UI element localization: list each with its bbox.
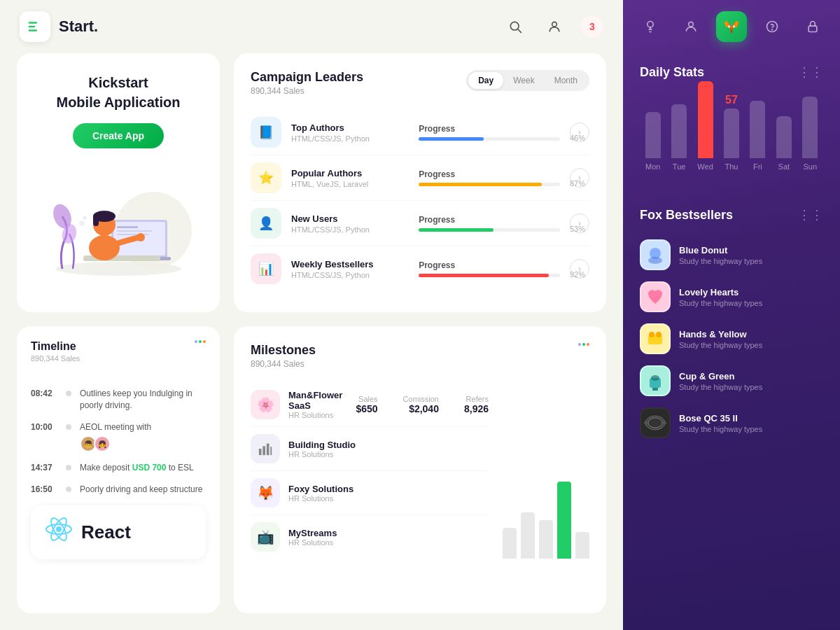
ms-stats-0: Sales $650 Comission $2,040 Refers 8,926 — [356, 395, 489, 414]
top-authors-name: Top Authors — [291, 122, 409, 133]
react-label: React — [81, 522, 131, 543]
weekly-bestsellers-tags: HTML/CSS/JS, Python — [291, 271, 409, 279]
timeline-item-3: 16:50 Poorly driving and keep structure — [31, 484, 206, 496]
tab-month[interactable]: Month — [545, 72, 587, 89]
react-icon — [45, 515, 73, 550]
ms-icon-3: 📺 — [251, 522, 280, 552]
create-app-button[interactable]: Create App — [73, 123, 164, 148]
bs-info-3: Cup & Green Study the highway types — [679, 371, 762, 391]
milestones-title: Milestones — [251, 343, 316, 358]
bs-name-0: Blue Donut — [679, 245, 762, 255]
tl-dot-0 — [66, 391, 71, 396]
tl-dot-3 — [66, 486, 71, 492]
milestones-dots[interactable] — [578, 343, 589, 346]
search-icon[interactable] — [503, 14, 528, 39]
progress-track-1: 87% — [419, 183, 560, 186]
day-bar-wed — [698, 81, 713, 158]
progress-label-3: Progress — [419, 260, 560, 270]
daily-stats-dots[interactable]: ⋮⋮ — [798, 64, 823, 80]
tl-time-3: 16:50 — [31, 484, 57, 494]
chart-peak-value: 57 — [725, 94, 738, 106]
bestseller-item-3[interactable]: Cup & Green Study the highway types — [640, 360, 823, 402]
daily-stats-section: Daily Stats ⋮⋮ 57 Mon Tue Wed — [623, 53, 840, 199]
timeline-card: Timeline 890,344 Sales 08:42 Outlines ke… — [17, 326, 220, 613]
avatar-2: 👧 — [94, 435, 111, 452]
svg-point-47 — [648, 257, 662, 264]
sidebar-nav — [623, 0, 840, 53]
day-bar-fri — [750, 101, 765, 158]
progress-track-0: 46% — [419, 137, 560, 141]
bs-info-1: Lovely Hearts Study the highway types — [679, 287, 762, 307]
progress-fill-1 — [419, 183, 542, 186]
chart-bar-1 — [521, 512, 535, 559]
day-bar-sat — [776, 116, 792, 158]
bs-thumb-1 — [640, 281, 671, 312]
fox-bestsellers-dots[interactable]: ⋮⋮ — [798, 207, 823, 223]
timeline-item-1: 10:00 AEOL meeting with 👦 👧 — [31, 421, 206, 453]
chart-bar-4 — [575, 532, 589, 559]
fox-bestsellers-section: Fox Bestsellers ⋮⋮ Blue Donut Study the … — [623, 199, 840, 630]
bestseller-item-4[interactable]: Bose QC 35 II Study the highway types — [640, 402, 823, 444]
svg-point-22 — [79, 220, 85, 226]
popular-authors-name: Popular Authors — [291, 168, 409, 178]
nav-icon-question[interactable] — [757, 11, 788, 42]
ms-stat-commission-0: Comission $2,040 — [403, 395, 439, 414]
new-users-name: New Users — [291, 214, 409, 224]
notification-badge[interactable]: 3 — [581, 15, 603, 38]
logo-text: Start. — [59, 18, 98, 36]
weekly-bestsellers-info: Weekly Bestsellers HTML/CSS/JS, Python — [291, 259, 409, 279]
day-bar-tue — [671, 104, 687, 158]
svg-point-55 — [651, 375, 659, 381]
nav-icon-user[interactable] — [676, 11, 706, 42]
svg-point-39 — [728, 25, 731, 28]
milestone-row-0: 🌸 Man&Flower SaaS HR Solutions Sales $65… — [251, 383, 489, 427]
progress-pct-2: 53% — [570, 225, 585, 233]
tl-text-0: Outlines keep you Indulging in poorly dr… — [80, 388, 206, 412]
tl-text-1: AEOL meeting with — [80, 421, 151, 433]
milestone-row-1: Building Studio HR Solutions — [251, 427, 489, 471]
milestone-row-3: 📺 MyStreams HR Solutions — [251, 515, 489, 559]
campaign-row-2: 👤 New Users HTML/CSS/JS, Python Progress… — [251, 201, 589, 246]
weekly-bestsellers-name: Weekly Bestsellers — [291, 259, 409, 270]
daily-chart: 57 Mon Tue Wed Thu — [640, 94, 823, 185]
bs-sub-0: Study the highway types — [679, 257, 762, 265]
popular-authors-tags: HTML, VueJS, Laravel — [291, 180, 409, 188]
ms-name-1: Building Studio — [288, 440, 480, 450]
nav-icon-fox[interactable] — [716, 11, 747, 42]
timeline-dots[interactable] — [195, 340, 206, 343]
top-authors-progress: Progress 46% — [419, 124, 560, 141]
svg-rect-44 — [808, 26, 817, 31]
new-users-tags: HTML/CSS/JS, Python — [291, 225, 409, 234]
user-icon[interactable] — [542, 14, 567, 39]
meeting-avatars: 👦 👧 — [80, 435, 151, 452]
progress-fill-3 — [419, 274, 549, 277]
day-wrap-mon: Mon — [640, 112, 666, 171]
tab-day[interactable]: Day — [468, 72, 503, 89]
bestseller-item-2[interactable]: Hands & Yellow Study the highway types — [640, 318, 823, 360]
bs-info-0: Blue Donut Study the highway types — [679, 245, 762, 265]
milestones-card: Milestones 890,344 Sales 🌸 Man&Flower Sa… — [234, 326, 606, 613]
chart-bar-0 — [503, 528, 517, 559]
svg-point-33 — [689, 22, 694, 27]
daily-stats-header: Daily Stats ⋮⋮ — [640, 64, 823, 80]
day-label-sun: Sun — [803, 162, 817, 171]
tl-time-2: 14:37 — [31, 462, 57, 472]
popular-authors-icon: ⭐ — [251, 162, 281, 193]
chart-bar-3 — [557, 482, 571, 559]
day-bar-thu — [724, 108, 739, 158]
bestseller-item-1[interactable]: Lovely Hearts Study the highway types — [640, 276, 823, 318]
nav-icon-lightbulb[interactable] — [635, 11, 666, 42]
day-wrap-thu: Thu — [718, 108, 744, 171]
day-label-fri: Fri — [753, 162, 762, 171]
nav-icon-lock[interactable] — [797, 11, 828, 42]
svg-rect-18 — [93, 215, 99, 226]
bestseller-item-0[interactable]: Blue Donut Study the highway types — [640, 234, 823, 276]
weekly-bestsellers-progress: Progress 92% — [419, 260, 560, 277]
tab-week[interactable]: Week — [503, 72, 544, 89]
bs-sub-1: Study the highway types — [679, 299, 762, 307]
commission-label: Comission — [403, 395, 439, 403]
header-right: 3 — [503, 14, 603, 39]
chart-bar-2 — [539, 520, 553, 559]
day-bar-mon — [645, 112, 661, 158]
tl-dot-1 — [66, 424, 71, 430]
